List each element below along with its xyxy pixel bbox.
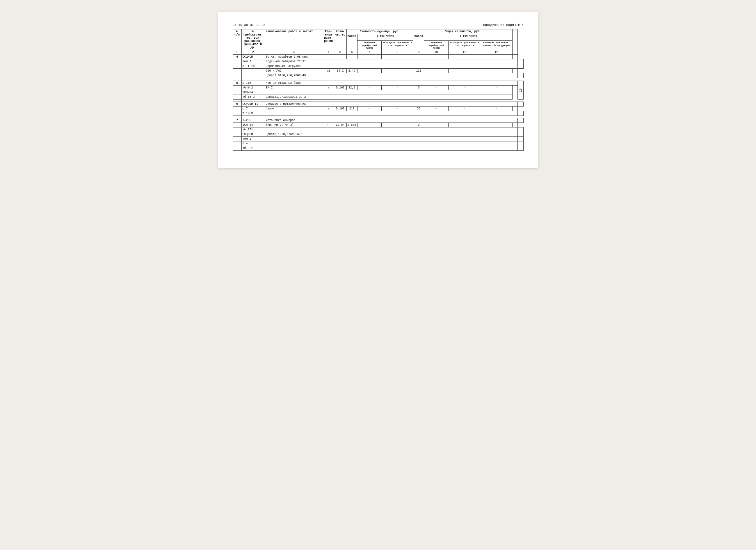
row-code: тб.№ 2	[241, 86, 265, 90]
row-num	[233, 111, 241, 116]
row-v5	[424, 55, 448, 59]
row-num	[233, 78, 241, 81]
col-idx-10: 10	[424, 50, 448, 55]
row-num	[233, 116, 241, 118]
row-v1: 8,49	[346, 69, 357, 73]
row-desc	[265, 127, 323, 132]
row-side	[518, 141, 523, 146]
row-desc: Цена:31,2+10,0х0,1=32,2	[265, 95, 323, 99]
row-num	[233, 141, 241, 146]
row-empty	[241, 78, 518, 81]
page: Б6-10,30 Вa З Л 2 Продолжение формы № 5 …	[218, 12, 538, 168]
row-side	[513, 106, 518, 111]
row-v3	[381, 55, 413, 59]
row-empty	[323, 132, 518, 137]
row-side	[518, 64, 523, 69]
row-v4: 35	[413, 106, 424, 111]
th-code: № прейскуран-тов, УСН, рас-ценок, цени-к…	[241, 29, 265, 50]
row-code: 7–285	[241, 118, 265, 123]
th-name: Наименование работ и затрат	[265, 29, 323, 50]
row-qty: 14,2	[334, 69, 346, 73]
row-v7: –	[480, 69, 513, 73]
table-row: ЭСН-84 (МН; МН-2; МН-3) кг 12,84 0,676 –…	[233, 123, 523, 127]
row-side	[518, 59, 523, 64]
row-empty	[323, 118, 518, 123]
table-row: 5 9–116 Монтаж стальных балок 16	[233, 81, 523, 86]
table-row: том I	[233, 137, 523, 141]
row-desc: веденной толщиной II,91	[265, 59, 323, 64]
row-v4: 121	[413, 69, 424, 73]
row-v3: –	[381, 86, 413, 90]
row-v1	[346, 55, 357, 59]
row-v3: –	[381, 123, 413, 127]
col-idx-12: 12	[480, 50, 513, 55]
row-side	[518, 111, 523, 116]
row-empty	[323, 102, 518, 106]
row-empty	[323, 111, 518, 116]
row-desc	[265, 90, 323, 95]
row-num-5: 5	[233, 81, 241, 86]
row-code: том I	[241, 59, 265, 64]
th-tc-incl: в том числе	[424, 34, 513, 41]
table-row	[233, 99, 523, 102]
row-v2: –	[357, 86, 381, 90]
row-empty	[241, 116, 518, 118]
row-side: 16	[518, 81, 523, 99]
row-v5: –	[424, 123, 448, 127]
row-side	[513, 55, 518, 59]
row-side	[518, 127, 523, 132]
row-empty	[323, 64, 518, 69]
col-idx-7: 7	[357, 50, 381, 55]
row-code: 9–116	[241, 81, 265, 86]
row-num	[233, 137, 241, 141]
table-row: тб.171	[233, 127, 523, 132]
table-row: т.ч.	[233, 141, 523, 146]
row-desc: 660 кг/м2	[265, 69, 323, 73]
col-idx-11: 11	[448, 50, 480, 55]
row-v3: –	[381, 106, 413, 111]
row-code: т.ч.	[241, 141, 265, 146]
row-v5: –	[424, 69, 448, 73]
row-empty	[323, 73, 518, 78]
row-v6: –	[448, 86, 480, 90]
row-desc: Цена:7,81+0,2+0,48=8,49	[265, 73, 323, 78]
th-unit: Еди-ница изме-рения	[323, 29, 334, 50]
th-machine2: эксплуата-ции машин в т.ч. зар-платы	[448, 41, 480, 50]
th-basic-wage: основной заработ-ной платы	[357, 41, 381, 50]
row-desc: Установка анкеров	[265, 118, 323, 123]
col-idx-6: 6	[346, 50, 357, 55]
col-idx-1: 1	[233, 50, 241, 55]
row-empty	[323, 59, 518, 64]
row-v1: 32,2	[346, 86, 357, 90]
row-v7: –	[480, 86, 513, 90]
row-v6	[448, 55, 480, 59]
row-v6: –	[448, 69, 480, 73]
row-unit	[323, 55, 334, 59]
col-idx-2: 2	[241, 50, 265, 55]
row-code: ССЦМСМ	[241, 132, 265, 137]
row-num-7: 7	[233, 118, 241, 123]
row-v7: –	[480, 123, 513, 127]
row-code: тб.171	[241, 127, 265, 132]
row-side	[518, 118, 523, 123]
table-row: 660 кг/м2 м2 14,2 8,49 – – 121 – – –	[233, 69, 523, 73]
th-qty: Коли-чество	[334, 29, 346, 50]
row-code: тб.16–3	[241, 95, 265, 99]
th-norm: норматив-ной услов-но-чистой продукции	[480, 41, 513, 50]
row-unit: т	[323, 86, 334, 90]
row-empty	[241, 99, 518, 102]
th-side	[513, 29, 518, 50]
row-desc: То же, пролётом 5,08 при-	[265, 55, 323, 59]
table-row: 4 ССЦМСМ То же, пролётом 5,08 при-	[233, 55, 523, 59]
col-idx-9: 9	[413, 50, 424, 55]
row-empty	[323, 141, 518, 146]
th-tc-all: всего	[413, 34, 424, 50]
th-machine: эксплуата-ции машин в т.ч. зар-платы	[381, 41, 413, 50]
row-v4: 9	[413, 123, 424, 127]
row-desc: Стоимость металлических	[265, 102, 323, 106]
row-num	[233, 86, 241, 90]
row-v7	[480, 55, 513, 59]
row-code: п.1959	[241, 111, 265, 116]
row-v4	[413, 55, 424, 59]
row-num	[233, 123, 241, 127]
